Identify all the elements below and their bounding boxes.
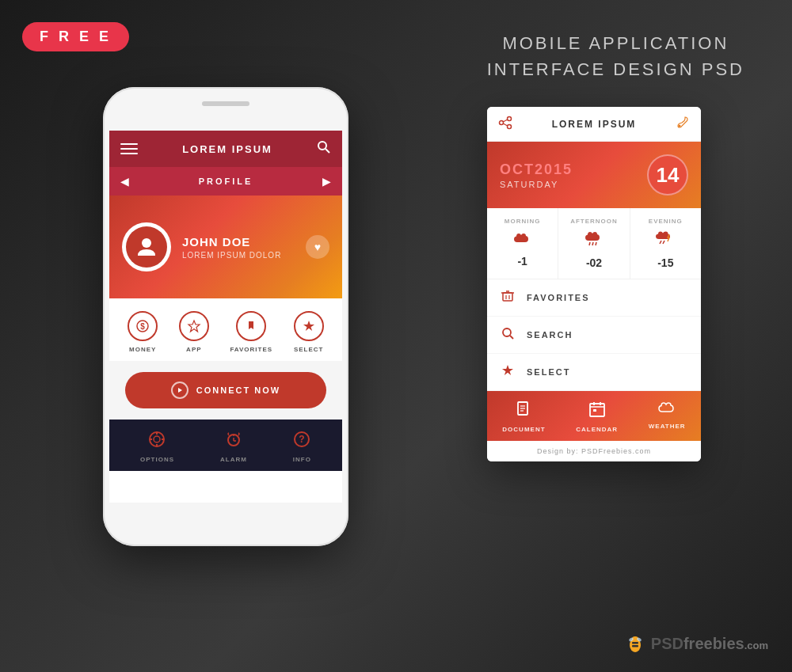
rp-tabs: DOCUMENT CALENDAR WEATHER xyxy=(487,391,701,441)
svg-point-8 xyxy=(142,238,151,248)
menu-select[interactable]: SELECT xyxy=(487,354,701,391)
watermark-freebies: freebies xyxy=(683,635,744,652)
app-label: APP xyxy=(186,346,201,353)
rp-credit: Design by: PSDFreebies.com xyxy=(487,441,701,461)
headline-line2: INTERFACE DESIGN PSD xyxy=(487,56,744,82)
rp-day-num: 14 xyxy=(647,154,688,196)
svg-rect-35 xyxy=(503,293,512,301)
svg-point-29 xyxy=(678,124,680,127)
svg-point-6 xyxy=(318,142,326,150)
rp-date: OCT2015 SATURDAY 14 xyxy=(487,142,701,208)
phone-screen: LOREM IPSUM ◀ PROFILE ▶ xyxy=(109,131,342,503)
svg-line-30 xyxy=(589,242,590,245)
favorites-icon-item[interactable]: FAVORITES xyxy=(230,311,272,353)
watermark: PSDfreebies.com xyxy=(624,632,768,655)
weather-evening-label: EVENING xyxy=(649,218,683,225)
document-icon xyxy=(515,401,532,422)
svg-line-33 xyxy=(660,241,661,244)
svg-line-31 xyxy=(592,242,593,245)
storm-icon xyxy=(655,230,676,252)
menu-search[interactable]: SEARCH xyxy=(487,317,701,354)
weather-morning-label: MORNING xyxy=(505,218,541,225)
profile-subtitle: LOREM IPSUM DOLOR xyxy=(182,251,295,260)
svg-point-24 xyxy=(508,116,512,120)
app-icon-item[interactable]: APP xyxy=(179,311,209,353)
options-nav-item[interactable]: OPTIONS xyxy=(140,431,174,463)
cloud-rain-icon xyxy=(584,230,604,252)
money-label: MONEY xyxy=(129,346,156,353)
svg-point-26 xyxy=(508,124,512,128)
tab-document[interactable]: DOCUMENT xyxy=(502,401,545,433)
connect-button[interactable]: CONNECT NOW xyxy=(125,372,326,408)
wrench-icon[interactable] xyxy=(676,116,690,133)
search-menu-label: SEARCH xyxy=(527,330,573,340)
weather-label: WEATHER xyxy=(649,423,686,430)
left-arrow-icon[interactable]: ◀ xyxy=(120,175,129,188)
tab-weather[interactable]: WEATHER xyxy=(649,401,686,433)
nav-title: LOREM IPSUM xyxy=(182,143,272,155)
weather-afternoon: AFTERNOON -02 xyxy=(558,208,630,279)
menu-favorites[interactable]: FAVORITES xyxy=(487,279,701,317)
favorites-icon xyxy=(236,311,266,341)
options-icon xyxy=(148,431,166,452)
svg-text:$: $ xyxy=(141,322,146,331)
profile-label: PROFILE xyxy=(199,177,253,186)
watermark-text: PSDfreebies.com xyxy=(651,635,768,653)
trash-icon xyxy=(500,290,516,306)
headline-line1: MOBILE APPLICATION xyxy=(487,30,744,56)
phone-left: LOREM IPSUM ◀ PROFILE ▶ xyxy=(103,87,348,546)
star-menu-icon xyxy=(500,364,516,380)
svg-line-28 xyxy=(503,123,508,126)
phone-speaker xyxy=(202,101,249,106)
weather-morning-temp: -1 xyxy=(517,255,527,268)
icons-grid: $ MONEY APP xyxy=(109,298,342,361)
hamburger-icon[interactable] xyxy=(120,143,138,154)
cloud-morning-icon xyxy=(512,230,533,250)
profile-info: JOHN DOE LOREM IPSUM DOLOR xyxy=(182,235,295,260)
rp-day-name: SATURDAY xyxy=(500,180,573,189)
right-arrow-icon[interactable]: ▶ xyxy=(322,175,331,188)
alarm-icon xyxy=(225,431,242,452)
select-label: SELECT xyxy=(294,346,324,353)
weather-afternoon-temp: -02 xyxy=(586,256,602,269)
rp-topbar: LOREM IPSUM xyxy=(487,107,701,142)
alarm-label: ALARM xyxy=(220,456,247,463)
search-icon[interactable] xyxy=(317,140,331,158)
svg-rect-2 xyxy=(632,645,638,647)
rp-month: OCT2015 xyxy=(500,161,573,178)
heart-icon[interactable]: ♥ xyxy=(306,235,329,259)
svg-point-40 xyxy=(503,328,511,336)
free-badge: F R E E xyxy=(22,22,129,51)
app-icon xyxy=(179,311,209,341)
svg-point-13 xyxy=(154,436,160,442)
bottom-nav: OPTIONS ALARM xyxy=(109,420,342,471)
svg-line-41 xyxy=(510,336,513,339)
favorites-label: FAVORITES xyxy=(230,346,272,353)
svg-line-7 xyxy=(326,149,329,153)
weather-evening-temp: -15 xyxy=(657,256,673,269)
select-icon-item[interactable]: SELECT xyxy=(294,311,324,353)
money-icon-item[interactable]: $ MONEY xyxy=(128,311,158,353)
tab-calendar[interactable]: CALENDAR xyxy=(576,401,618,433)
svg-line-32 xyxy=(596,242,596,245)
search-menu-icon xyxy=(500,327,516,343)
info-icon: ? xyxy=(293,431,310,452)
panel-right: LOREM IPSUM OCT2015 SATURDAY 14 MORNING … xyxy=(487,107,701,461)
share-icon[interactable] xyxy=(498,116,512,133)
connect-label: CONNECT NOW xyxy=(196,385,280,395)
svg-rect-50 xyxy=(593,409,596,412)
weather-afternoon-label: AFTERNOON xyxy=(570,218,618,225)
nav-bar: LOREM IPSUM xyxy=(109,131,342,167)
weather-tab-icon xyxy=(658,401,676,419)
info-nav-item[interactable]: ? INFO xyxy=(293,431,311,463)
rp-date-text: OCT2015 SATURDAY xyxy=(500,161,573,189)
svg-rect-1 xyxy=(632,642,638,644)
alarm-nav-item[interactable]: ALARM xyxy=(220,431,247,463)
calendar-icon xyxy=(588,401,606,422)
play-icon xyxy=(171,382,188,399)
rp-weather: MORNING -1 AFTERNOON -02 EV xyxy=(487,208,701,279)
svg-line-34 xyxy=(663,241,664,244)
money-icon: $ xyxy=(128,311,158,341)
select-menu-label: SELECT xyxy=(527,367,570,377)
bee-icon xyxy=(624,632,646,655)
